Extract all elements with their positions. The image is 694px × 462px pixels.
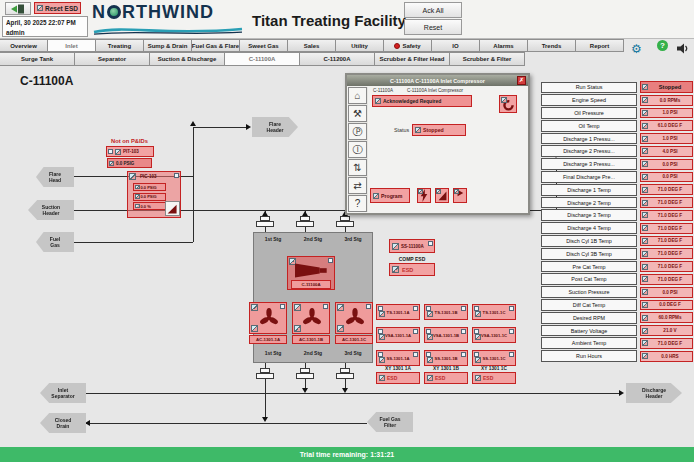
flag-suction-header[interactable]: Suction Header xyxy=(28,200,74,220)
fan-unit[interactable]: AC-1301-1A xyxy=(249,302,287,344)
valve[interactable] xyxy=(296,373,314,379)
aux-command-button[interactable] xyxy=(453,188,467,203)
flag-fuel-gas-filter[interactable]: Fuel Gas Filter xyxy=(367,412,413,432)
switch-box[interactable]: SS-1301-1C xyxy=(472,350,516,366)
flag-fuel-gas[interactable]: Fuel Gas xyxy=(36,232,74,252)
fan-unit[interactable]: AC-1301-1B xyxy=(292,302,330,344)
popup-nav-home[interactable]: ⌂ xyxy=(348,87,367,104)
help-button[interactable]: ? xyxy=(657,40,668,51)
param-value-box[interactable]: Stopped xyxy=(640,81,693,93)
flag-discharge-header[interactable]: Discharge Header xyxy=(626,383,682,403)
tab-trends[interactable]: Trends xyxy=(527,39,576,52)
ack-box[interactable] xyxy=(509,329,514,334)
param-value-box[interactable]: 1.0 PSI xyxy=(640,108,693,119)
xy-valve[interactable]: XY 1301 1C ESD xyxy=(472,366,516,384)
popup-nav-program[interactable]: Ⓟ xyxy=(348,123,367,140)
pic-value-box[interactable]: 0.0 % xyxy=(133,202,166,210)
ack-box[interactable] xyxy=(509,352,514,357)
param-value-box[interactable]: 71.0 DEG F xyxy=(640,223,693,234)
ack-box[interactable] xyxy=(461,352,466,357)
param-value-box[interactable]: 71.0 DEG F xyxy=(640,261,693,272)
stop-command-button[interactable] xyxy=(435,188,449,203)
param-value-box[interactable]: 71.0 DEG F xyxy=(640,184,693,195)
ack-box[interactable] xyxy=(366,304,371,309)
param-value-box[interactable]: 71.0 DEG F xyxy=(640,338,693,349)
tab-io[interactable]: IO xyxy=(431,39,480,52)
flag-closed-drain[interactable]: Closed Drain xyxy=(40,413,86,433)
ack-box[interactable] xyxy=(413,329,418,334)
popup-nav-transfer-in[interactable]: ⇅ xyxy=(348,159,367,176)
popup-nav-help[interactable]: ? xyxy=(348,195,367,212)
ack-box[interactable] xyxy=(323,304,328,309)
ss-11100a-box[interactable]: SS-11100A xyxy=(389,239,435,253)
tab-c-11100a[interactable]: C-11100A xyxy=(224,52,300,66)
tab-surge-tank[interactable]: Surge Tank xyxy=(0,52,75,66)
valve[interactable] xyxy=(256,373,274,379)
switch-box[interactable]: VSA-1301-1A xyxy=(376,327,420,343)
param-value-box[interactable]: 71.0 DEG F xyxy=(640,248,693,259)
valve[interactable] xyxy=(336,373,354,379)
tab-inlet[interactable]: Inlet xyxy=(47,39,96,52)
tab-utility[interactable]: Utility xyxy=(335,39,384,52)
switch-box[interactable]: SS-1301-1B xyxy=(424,350,468,366)
ack-box[interactable] xyxy=(509,306,514,311)
tab-treating[interactable]: Treating xyxy=(95,39,144,52)
reset-button[interactable]: Reset xyxy=(404,19,462,35)
param-value-box[interactable]: 1.0 PSI xyxy=(640,133,693,144)
flag-flare-head[interactable]: Flare Head xyxy=(36,167,74,187)
ack-box[interactable] xyxy=(428,241,433,246)
switch-box[interactable]: VSA-1301-1B xyxy=(424,327,468,343)
xy-valve[interactable]: XY 1301 1B ESD xyxy=(424,366,468,384)
param-value-box[interactable]: 0.0 PSI xyxy=(640,159,693,170)
tab-overview[interactable]: Overview xyxy=(0,39,48,52)
tab-alarms[interactable]: Alarms xyxy=(479,39,528,52)
flag-flare-header[interactable]: Flare Header xyxy=(252,117,298,137)
popup-title-bar[interactable]: C-11100A C-11100A Inlet Compressor xyxy=(347,75,528,86)
pic-value-box[interactable]: 0.0 PSIG xyxy=(133,193,166,201)
comp-esd-box[interactable]: ESD xyxy=(389,263,435,276)
ack-box[interactable] xyxy=(413,352,418,357)
valve[interactable] xyxy=(296,221,314,227)
reset-esd-button[interactable]: Reset ESD xyxy=(34,2,81,14)
tab-sump-drain[interactable]: Sump & Drain xyxy=(143,39,192,52)
fan-unit[interactable]: AC-1301-1C xyxy=(335,302,373,344)
ack-box[interactable] xyxy=(461,306,466,311)
pit-103-tag[interactable]: PIT-103 xyxy=(106,146,154,157)
start-command-button[interactable] xyxy=(417,188,431,203)
alarm-ack-banner[interactable]: Acknowledged Required xyxy=(372,95,472,107)
pic-value-box[interactable]: 0.0 PSIG xyxy=(133,183,166,191)
param-value-box[interactable]: 0.0 DEG F xyxy=(640,300,693,311)
tab-sweet-gas[interactable]: Sweet Gas xyxy=(239,39,288,52)
valve[interactable] xyxy=(256,221,274,227)
ack-box[interactable] xyxy=(413,306,418,311)
status-value-box[interactable]: Stopped xyxy=(412,124,466,136)
ack-box[interactable] xyxy=(280,304,285,309)
param-value-box[interactable]: 60.0 RPMs xyxy=(640,312,693,323)
ack-box[interactable] xyxy=(108,149,113,154)
param-value-box[interactable]: 71.0 DEG F xyxy=(640,236,693,247)
popup-nav-maintenance[interactable]: ⚒ xyxy=(348,105,367,122)
ack-all-button[interactable]: Ack All xyxy=(404,2,462,18)
tab-c-11200a[interactable]: C-11200A xyxy=(299,52,375,66)
param-value-box[interactable]: 0.0 HRS xyxy=(640,351,693,362)
tab-sales[interactable]: Sales xyxy=(287,39,336,52)
compressor-unit[interactable]: C-11100A xyxy=(287,256,335,290)
tab-scrubber-filter-head[interactable]: Scrubber & Filter Head xyxy=(374,52,450,66)
switch-box[interactable]: TS-1301-1A xyxy=(376,304,420,320)
program-button[interactable]: Program xyxy=(370,188,410,203)
popup-nav-info[interactable]: Ⓘ xyxy=(348,141,367,158)
param-value-box[interactable]: 71.0 DEG F xyxy=(640,210,693,221)
switch-box[interactable]: VSA-1301-1C xyxy=(472,327,516,343)
switch-box[interactable]: TS-1301-1B xyxy=(424,304,468,320)
tab-safety[interactable]: Safety xyxy=(383,39,432,52)
param-value-box[interactable]: 71.0 DEG F xyxy=(640,197,693,208)
tab-report[interactable]: Report xyxy=(575,39,624,52)
param-value-box[interactable]: 0.0 PSI xyxy=(640,287,693,298)
param-value-box[interactable]: 21.0 V xyxy=(640,325,693,336)
popup-nav-transfer-out[interactable]: ⇄ xyxy=(348,177,367,194)
tab-scrubber-filter[interactable]: Scrubber & Filter xyxy=(449,52,525,66)
tab-separator[interactable]: Separator xyxy=(74,52,150,66)
popup-mode-button[interactable] xyxy=(499,95,517,113)
audio-button[interactable] xyxy=(677,40,690,58)
switch-box[interactable]: TS-1301-1C xyxy=(472,304,516,320)
